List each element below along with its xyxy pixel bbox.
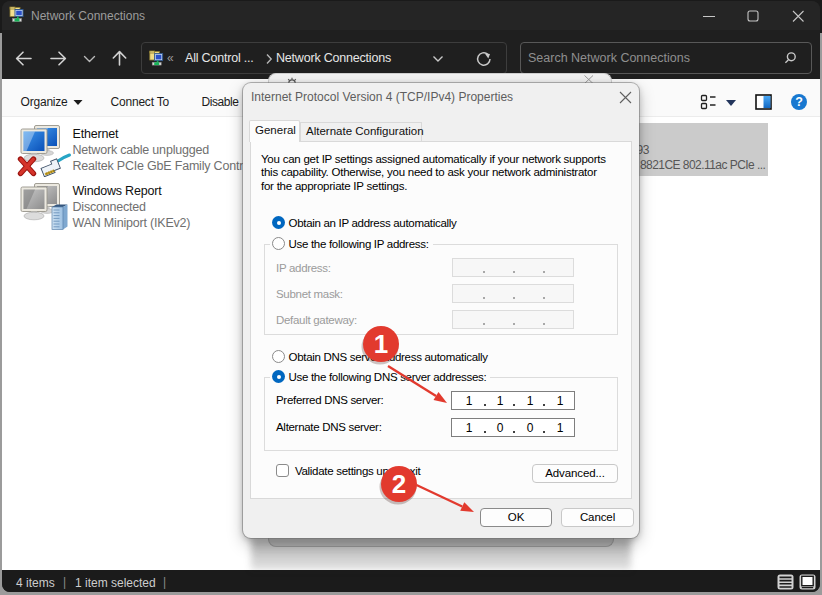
svg-text:1: 1 [374, 329, 388, 359]
svg-text:2: 2 [392, 469, 406, 499]
